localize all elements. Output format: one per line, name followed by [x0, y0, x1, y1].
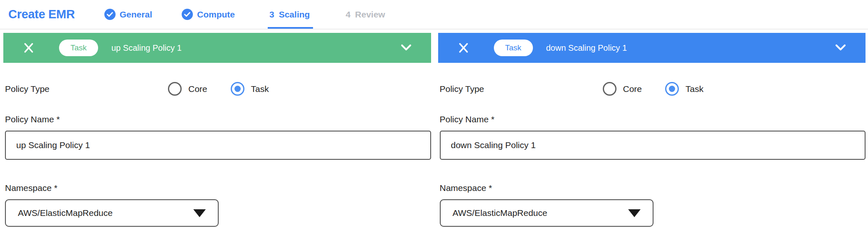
namespace-label: Namespace * — [5, 183, 431, 193]
radio-task-label: Task — [251, 84, 269, 94]
policy-name-label: Policy Name * — [440, 114, 866, 124]
policy-type-label: Policy Type — [440, 84, 603, 94]
radio-core-label: Core — [188, 84, 207, 94]
namespace-label: Namespace * — [440, 183, 866, 193]
step-label: Review — [355, 10, 385, 20]
step-general[interactable]: General — [104, 0, 152, 29]
policy-header-bar[interactable]: Task down Scaling Policy 1 — [438, 33, 866, 63]
radio-core[interactable]: Core — [603, 82, 642, 96]
radio-task-label: Task — [686, 84, 703, 94]
dropdown-arrow-icon — [628, 209, 641, 217]
step-label: Scaling — [279, 10, 310, 20]
radio-icon — [168, 82, 182, 96]
policy-form: Policy Type Core Task Policy Name * Name… — [438, 82, 866, 227]
radio-icon — [665, 82, 679, 96]
policy-type-badge: Task — [59, 40, 98, 56]
panel-scale-down: Task down Scaling Policy 1 Policy Type C… — [438, 33, 866, 227]
step-label: Compute — [197, 10, 235, 20]
policy-name-input[interactable] — [440, 131, 866, 160]
step-number: 3 — [269, 10, 274, 20]
step-label: General — [120, 10, 152, 20]
check-icon — [182, 9, 193, 20]
dropdown-arrow-icon — [193, 209, 206, 217]
namespace-value: AWS/ElasticMapReduce — [18, 208, 113, 218]
panel-scale-up: Task up Scaling Policy 1 Policy Type Cor… — [3, 33, 431, 227]
chevron-down-icon[interactable] — [834, 43, 847, 52]
namespace-select[interactable]: AWS/ElasticMapReduce — [440, 199, 653, 227]
step-compute[interactable]: Compute — [182, 0, 235, 29]
page-title: Create EMR — [8, 7, 75, 21]
radio-core[interactable]: Core — [168, 82, 207, 96]
policy-title: down Scaling Policy 1 — [546, 43, 627, 53]
step-review[interactable]: 4 Review — [345, 0, 385, 29]
step-scaling[interactable]: 3 Scaling — [269, 0, 310, 29]
policy-form: Policy Type Core Task Policy Name * Name… — [3, 82, 431, 227]
wizard-header: Create EMR General Compute 3 Scaling 4 R… — [0, 0, 868, 30]
scaling-policies: Task up Scaling Policy 1 Policy Type Cor… — [0, 30, 868, 227]
policy-header-bar[interactable]: Task up Scaling Policy 1 — [3, 33, 431, 63]
policy-type-row: Policy Type Core Task — [5, 82, 431, 96]
radio-core-label: Core — [623, 84, 642, 94]
radio-icon — [231, 82, 244, 96]
namespace-value: AWS/ElasticMapReduce — [453, 208, 547, 218]
chevron-down-icon[interactable] — [399, 43, 413, 52]
check-icon — [104, 9, 116, 20]
namespace-select[interactable]: AWS/ElasticMapReduce — [5, 199, 219, 227]
policy-name-label: Policy Name * — [5, 114, 431, 124]
close-icon[interactable] — [22, 42, 35, 54]
step-number: 4 — [345, 10, 350, 20]
radio-icon — [603, 82, 616, 96]
policy-title: up Scaling Policy 1 — [111, 43, 182, 53]
radio-task[interactable]: Task — [231, 82, 269, 96]
radio-task[interactable]: Task — [665, 82, 703, 96]
policy-type-row: Policy Type Core Task — [440, 82, 866, 96]
close-icon[interactable] — [457, 42, 470, 54]
policy-type-badge: Task — [494, 40, 533, 56]
policy-type-label: Policy Type — [5, 84, 168, 94]
policy-name-input[interactable] — [5, 131, 431, 160]
